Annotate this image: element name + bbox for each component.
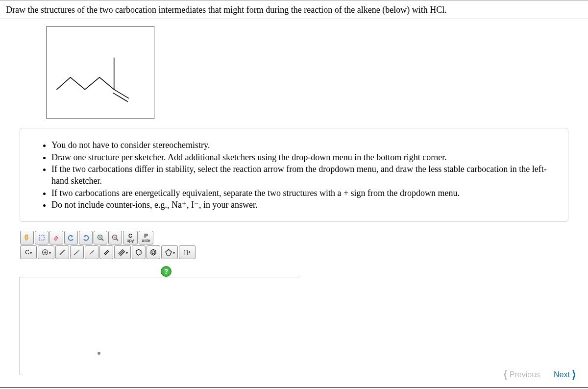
instructions-panel: You do not have to consider stereochemis…: [20, 128, 568, 222]
svg-line-16: [120, 250, 124, 255]
svg-marker-21: [166, 249, 172, 255]
paste-button[interactable]: P aste: [139, 231, 153, 244]
double-bond-icon[interactable]: [99, 245, 113, 259]
wedge-bond-icon[interactable]: [85, 245, 98, 259]
single-bond-icon[interactable]: [55, 245, 69, 259]
cyclopentane-icon[interactable]: [161, 245, 178, 259]
svg-line-17: [121, 251, 125, 256]
charge-picker[interactable]: [38, 245, 54, 259]
zoom-out-icon[interactable]: [108, 231, 122, 244]
sketcher-widget: C opy P aste C [ ]± ?: [20, 231, 299, 375]
previous-button: ⟨ Previous: [503, 368, 540, 381]
hand-tool-icon[interactable]: [20, 231, 34, 244]
triple-bond-icon[interactable]: [114, 245, 131, 259]
toolbar-top: C opy P aste: [20, 231, 299, 244]
help-button[interactable]: ?: [161, 266, 172, 277]
next-button[interactable]: Next ⟩: [554, 368, 576, 381]
svg-line-11: [60, 250, 65, 255]
eraser-tool-icon[interactable]: [49, 231, 63, 244]
svg-line-6: [116, 239, 118, 241]
undo-icon[interactable]: [64, 231, 78, 244]
svg-line-12: [74, 250, 79, 255]
redo-icon[interactable]: [79, 231, 93, 244]
svg-rect-0: [39, 235, 44, 240]
canvas-cursor-dot: [98, 352, 100, 355]
zoom-in-icon[interactable]: [94, 231, 107, 244]
alkene-structure-image: [47, 26, 154, 119]
chevron-left-icon: ⟨: [503, 368, 508, 381]
toolbar-bottom: C [ ]±: [20, 245, 299, 259]
lasso-tool-icon[interactable]: [35, 231, 49, 244]
cyclohexane-icon[interactable]: [132, 245, 146, 259]
instruction-item: Do not include counter-ions, e.g., Na⁺, …: [51, 199, 556, 211]
dashed-bond-icon[interactable]: [70, 245, 84, 259]
drawing-canvas[interactable]: [20, 277, 299, 375]
svg-line-2: [101, 239, 103, 241]
instruction-item: You do not have to consider stereochemis…: [51, 139, 556, 151]
element-picker[interactable]: C: [20, 245, 37, 259]
benzene-icon[interactable]: [147, 245, 160, 259]
copy-button[interactable]: C opy: [123, 231, 138, 244]
svg-line-15: [119, 249, 123, 254]
question-prompt: Draw the structures of the two carbocati…: [0, 0, 588, 19]
instruction-item: If two carbocations are energetically eq…: [51, 187, 556, 199]
svg-point-20: [152, 251, 155, 254]
instruction-item: Draw one structure per sketcher. Add add…: [51, 151, 556, 163]
instruction-item: If the two carbocations differ in stabil…: [51, 163, 556, 187]
navigation-footer: ⟨ Previous Next ⟩: [503, 368, 576, 381]
footer-divider: [0, 387, 588, 388]
bracket-charge-icon[interactable]: [ ]±: [179, 245, 196, 259]
svg-marker-18: [136, 249, 141, 255]
chevron-right-icon: ⟩: [572, 368, 576, 381]
